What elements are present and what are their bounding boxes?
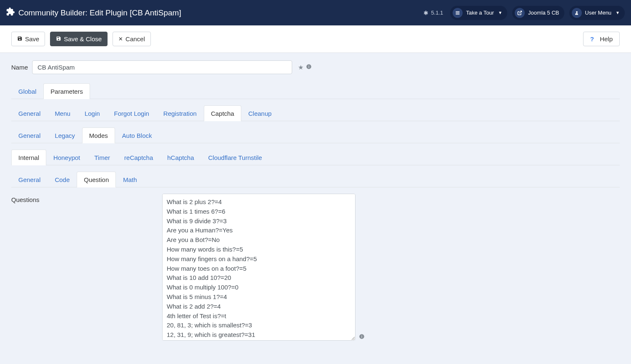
svg-rect-6 (308, 66, 309, 67)
user-menu-button[interactable]: User Menu ▼ (569, 5, 625, 20)
version-text: 5.1.1 (431, 10, 443, 16)
info-icon[interactable] (359, 334, 365, 341)
user-icon (572, 8, 582, 18)
top-header: Community Builder: Edit Plugin [CB AntiS… (0, 0, 631, 25)
l3-tab-legacy[interactable]: Legacy (48, 127, 82, 143)
joomla-icon: ✱ (423, 10, 428, 16)
joomla-version: ✱ 5.1.1 (423, 10, 443, 16)
l2-tab-menu[interactable]: Menu (48, 105, 78, 121)
l5-tab-math[interactable]: Math (116, 172, 144, 187)
name-label: Name (11, 64, 28, 71)
frontend-link-button[interactable]: Joomla 5 CB (512, 5, 564, 20)
save-label: Save (25, 35, 39, 42)
help-icon: ? (590, 35, 594, 42)
cancel-button[interactable]: ✕ Cancel (113, 32, 151, 46)
l2-tab-forgot-login[interactable]: Forgot Login (107, 105, 156, 121)
l5-tab-code[interactable]: Code (48, 172, 77, 187)
save-button[interactable]: Save (11, 32, 45, 46)
l4-tab-internal[interactable]: Internal (11, 150, 46, 165)
tabs-level2: GeneralMenuLoginForgot LoginRegistration… (11, 105, 620, 121)
page-title: Community Builder: Edit Plugin [CB AntiS… (18, 8, 181, 17)
cancel-label: Cancel (125, 35, 145, 42)
svg-rect-7 (308, 65, 309, 65)
l4-tab-timer[interactable]: Timer (87, 150, 117, 165)
name-input[interactable] (32, 60, 292, 74)
take-tour-button[interactable]: Take a Tour ▼ (450, 5, 508, 20)
frontend-label: Joomla 5 CB (528, 10, 559, 16)
plugin-icon (6, 7, 15, 18)
l3-tab-auto-block[interactable]: Auto Block (115, 127, 159, 143)
l3-tab-modes[interactable]: Modes (82, 127, 115, 143)
user-menu-label: User Menu (585, 10, 612, 16)
save-icon (17, 36, 23, 42)
tabs-level5: GeneralCodeQuestionMath (11, 172, 620, 187)
l2-tab-registration[interactable]: Registration (156, 105, 204, 121)
close-icon: ✕ (118, 36, 123, 42)
l5-tab-question[interactable]: Question (77, 172, 116, 187)
svg-line-3 (519, 11, 522, 13)
l2-tab-login[interactable]: Login (78, 105, 107, 121)
l1-tab-global[interactable]: Global (11, 83, 43, 99)
save-close-label: Save & Close (64, 35, 102, 42)
l2-tab-general[interactable]: General (11, 105, 48, 121)
l2-tab-captcha[interactable]: Captcha (204, 105, 241, 121)
l4-tab-cloudflare-turnstile[interactable]: Cloudflare Turnstile (201, 150, 269, 165)
tour-icon (453, 8, 463, 18)
help-label: Help (600, 35, 613, 42)
save-icon (56, 36, 61, 42)
tabs-level4: InternalHoneypotTimerreCaptchahCaptchaCl… (11, 150, 620, 165)
info-icon[interactable] (306, 64, 312, 71)
l5-tab-general[interactable]: General (11, 172, 48, 187)
tabs-level1: GlobalParameters (11, 83, 620, 99)
external-link-icon (515, 8, 525, 18)
svg-rect-10 (361, 335, 362, 336)
star-icon[interactable]: ★ (298, 64, 303, 71)
svg-rect-9 (361, 336, 362, 338)
l2-tab-cleanup[interactable]: Cleanup (241, 105, 279, 121)
chevron-down-icon: ▼ (616, 10, 620, 15)
l4-tab-hcaptcha[interactable]: hCaptcha (160, 150, 201, 165)
l4-tab-recaptcha[interactable]: reCaptcha (117, 150, 160, 165)
take-tour-label: Take a Tour (466, 10, 494, 16)
chevron-down-icon: ▼ (498, 10, 502, 15)
questions-label: Questions (11, 194, 157, 203)
tabs-level3: GeneralLegacyModesAuto Block (11, 127, 620, 143)
l4-tab-honeypot[interactable]: Honeypot (46, 150, 87, 165)
questions-textarea[interactable] (162, 194, 356, 341)
save-close-button[interactable]: Save & Close (50, 32, 108, 46)
svg-point-4 (576, 11, 578, 13)
l1-tab-parameters[interactable]: Parameters (43, 83, 90, 99)
action-toolbar: Save Save & Close ✕ Cancel ? Help (0, 25, 631, 53)
help-button[interactable]: ? Help (583, 32, 620, 46)
l3-tab-general[interactable]: General (11, 127, 48, 143)
